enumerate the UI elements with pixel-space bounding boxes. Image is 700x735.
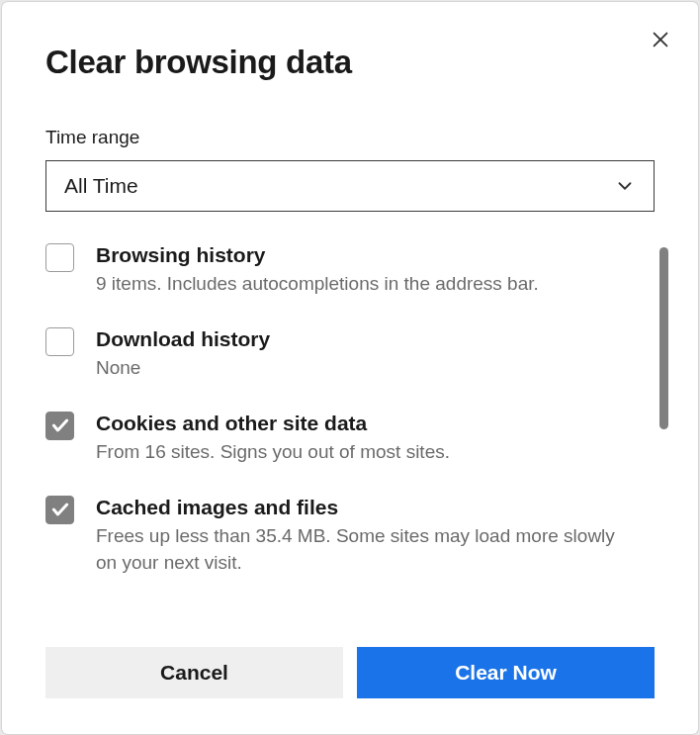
list-item-title: Download history bbox=[96, 325, 639, 353]
list-item-desc: 9 items. Includes autocompletions in the… bbox=[96, 271, 639, 298]
checkbox-browsing-history[interactable] bbox=[45, 243, 74, 272]
check-icon bbox=[50, 415, 70, 435]
list-item-text: Browsing history 9 items. Includes autoc… bbox=[96, 241, 639, 298]
dialog-buttons: Cancel Clear Now bbox=[2, 647, 698, 734]
time-range-label: Time range bbox=[45, 127, 698, 148]
list-item-text: Download history None bbox=[96, 325, 639, 382]
data-type-list: Browsing history 9 items. Includes autoc… bbox=[2, 241, 698, 631]
list-item-title: Cached images and files bbox=[96, 494, 639, 521]
check-icon bbox=[50, 500, 70, 519]
checkbox-cookies[interactable] bbox=[45, 412, 74, 440]
clear-browsing-data-dialog: Clear browsing data Time range All Time … bbox=[2, 2, 698, 734]
list-item-text: Cookies and other site data From 16 site… bbox=[96, 410, 639, 466]
checkbox-cached-images[interactable] bbox=[45, 496, 74, 524]
dialog-title: Clear browsing data bbox=[45, 44, 698, 81]
list-item-title: Browsing history bbox=[96, 241, 639, 269]
list-item-desc: From 16 sites. Signs you out of most sit… bbox=[96, 439, 639, 466]
list-item-desc: Frees up less than 35.4 MB. Some sites m… bbox=[96, 523, 639, 576]
time-range-value: All Time bbox=[64, 174, 138, 198]
close-button[interactable] bbox=[647, 26, 674, 53]
close-icon bbox=[650, 29, 671, 50]
list-item: Cookies and other site data From 16 site… bbox=[45, 410, 668, 466]
list-item: Browsing history 9 items. Includes autoc… bbox=[45, 241, 668, 298]
list-item-title: Cookies and other site data bbox=[96, 410, 639, 437]
clear-now-button[interactable]: Clear Now bbox=[357, 647, 655, 698]
list-item-desc: None bbox=[96, 355, 639, 382]
checkbox-download-history[interactable] bbox=[45, 327, 74, 356]
scrollbar-thumb[interactable] bbox=[659, 247, 668, 429]
chevron-down-icon bbox=[614, 175, 636, 197]
cancel-button[interactable]: Cancel bbox=[45, 647, 343, 698]
list-item-text: Cached images and files Frees up less th… bbox=[96, 494, 639, 577]
list-item: Cached images and files Frees up less th… bbox=[45, 494, 668, 577]
list-item: Download history None bbox=[45, 325, 668, 382]
time-range-select[interactable]: All Time bbox=[45, 160, 655, 212]
